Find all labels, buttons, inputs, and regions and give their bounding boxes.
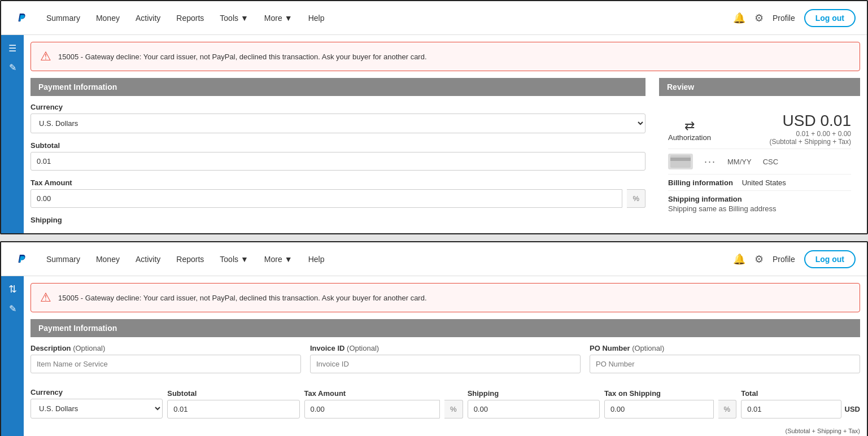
- nav-help-2[interactable]: Help: [302, 250, 332, 268]
- filter-icon-btn[interactable]: ☰: [4, 40, 21, 56]
- invoice-optional: (Optional): [347, 344, 379, 352]
- payment-info-section: Payment Information Currency U.S. Dollar…: [24, 78, 652, 233]
- paypal-logo-2: [12, 250, 30, 268]
- nav-money-2[interactable]: Money: [89, 250, 127, 268]
- billing-label: Billing information: [668, 178, 733, 187]
- auth-label: Authorization: [668, 133, 711, 142]
- nav-tools[interactable]: Tools ▼: [213, 9, 255, 27]
- card-dots: ···: [704, 156, 716, 168]
- review-section: Review ⇄ Authorization: [652, 78, 867, 233]
- usd-label: USD: [845, 405, 860, 413]
- billing-value: United States: [742, 178, 786, 187]
- currency-select[interactable]: U.S. Dollars: [30, 114, 645, 133]
- gear-icon-2[interactable]: ⚙: [754, 253, 764, 265]
- shipping-row: Shipping information Shipping same as Bi…: [668, 190, 851, 216]
- nav-reports[interactable]: Reports: [169, 9, 211, 27]
- paypal-logo: [12, 9, 30, 27]
- shipping-label-bottom: Shipping: [30, 216, 645, 224]
- nav-activity-2[interactable]: Activity: [129, 250, 167, 268]
- two-col-layout-1: Payment Information Currency U.S. Dollar…: [24, 78, 867, 233]
- warning-icon: ⚠: [40, 49, 51, 64]
- profile-link[interactable]: Profile: [773, 14, 795, 23]
- nav-right: 🔔 ⚙ Profile Log out: [733, 9, 856, 27]
- side-icons-1: ☰ ✎: [1, 35, 24, 233]
- form-grid-bottom: Currency U.S. Dollars Subtotal Tax Amoun…: [24, 388, 867, 425]
- subtotal-field-2: Subtotal: [167, 389, 299, 418]
- currency-label-2: Currency: [30, 388, 163, 396]
- tax-on-shipping-label: Tax on Shipping: [604, 389, 736, 398]
- invoice-label: Invoice ID (Optional): [310, 344, 581, 352]
- review-header: Review: [659, 78, 860, 96]
- tax-on-shipping-pct: %: [718, 400, 737, 418]
- po-label: PO Number (Optional): [590, 344, 860, 352]
- total-usd-area: USD: [741, 400, 860, 418]
- nav-help[interactable]: Help: [302, 9, 332, 27]
- nav-tools-2[interactable]: Tools ▼: [213, 250, 255, 268]
- subtotal-label: Subtotal: [30, 141, 645, 150]
- currency-select-2[interactable]: U.S. Dollars: [30, 399, 163, 418]
- po-input[interactable]: [590, 355, 860, 373]
- nav-summary-2[interactable]: Summary: [40, 250, 87, 268]
- total-field: Total USD: [741, 389, 860, 418]
- nav-activity[interactable]: Activity: [129, 9, 167, 27]
- filter-icon-btn-2[interactable]: ⇅: [4, 281, 21, 298]
- nav-summary[interactable]: Summary: [40, 9, 87, 27]
- panel-content-2: ⚠ 15005 - Gateway decline: Your card iss…: [24, 276, 867, 436]
- card-placeholder: [668, 154, 693, 169]
- panel-content-1: ⚠ 15005 - Gateway decline: Your card iss…: [24, 35, 867, 233]
- nav-links: Summary Money Activity Reports Tools ▼ M…: [40, 9, 733, 27]
- tax-field-2: Tax Amount %: [304, 389, 463, 418]
- card-row: ··· MM/YY CSC: [668, 149, 851, 174]
- nav-bar-bottom: Summary Money Activity Reports Tools ▼ M…: [1, 242, 867, 276]
- bell-icon[interactable]: 🔔: [733, 12, 745, 24]
- tax-field-group: Tax Amount %: [30, 178, 645, 208]
- billing-row: Billing information United States: [668, 174, 851, 190]
- po-field: PO Number (Optional): [590, 344, 860, 373]
- invoice-input[interactable]: [310, 355, 581, 373]
- shipping-input[interactable]: [468, 400, 600, 418]
- nav-more[interactable]: More ▼: [258, 9, 299, 27]
- subtotal-input[interactable]: [30, 152, 645, 171]
- nav-money[interactable]: Money: [89, 9, 127, 27]
- tax-input[interactable]: [30, 189, 622, 208]
- content-area-2: ⇅ ✎ ⚠ 15005 - Gateway decline: Your card…: [1, 276, 867, 436]
- tax-on-shipping-field: Tax on Shipping %: [604, 389, 736, 418]
- gear-icon[interactable]: ⚙: [754, 12, 764, 24]
- nav-more-2[interactable]: More ▼: [258, 250, 299, 268]
- edit-icon-btn-2[interactable]: ✎: [4, 300, 21, 317]
- shipping-info-label: Shipping information: [668, 195, 742, 203]
- error-message-1: 15005 - Gateway decline: Your card issue…: [58, 53, 427, 61]
- total-input[interactable]: [741, 400, 841, 418]
- svg-rect-1: [670, 155, 691, 168]
- desc-optional: (Optional): [73, 344, 105, 352]
- review-amount: USD 0.01 0.01 + 0.00 + 0.00 (Subtotal + …: [769, 112, 851, 146]
- review-calc-label: (Subtotal + Shipping + Tax): [769, 138, 851, 146]
- subtotal-note: (Subtotal + Shipping + Tax): [24, 425, 867, 436]
- logout-button-2[interactable]: Log out: [804, 250, 856, 268]
- logout-button[interactable]: Log out: [804, 9, 856, 27]
- nav-reports-2[interactable]: Reports: [169, 250, 211, 268]
- tax-on-shipping-input[interactable]: [604, 400, 714, 418]
- error-banner-1: ⚠ 15005 - Gateway decline: Your card iss…: [30, 42, 860, 71]
- subtotal-input-2[interactable]: [167, 400, 299, 418]
- tax-input-2[interactable]: [304, 400, 440, 418]
- tax-label-2: Tax Amount: [304, 389, 463, 398]
- payment-info-header: Payment Information: [30, 78, 645, 96]
- shipping-field-2: Shipping: [468, 389, 600, 418]
- description-input[interactable]: [30, 355, 301, 373]
- profile-link-2[interactable]: Profile: [773, 255, 795, 264]
- payment-info-header-2: Payment Information: [30, 319, 860, 337]
- error-banner-2: ⚠ 15005 - Gateway decline: Your card iss…: [30, 283, 860, 312]
- tax-pct-2: %: [444, 400, 463, 418]
- currency-field-group: Currency U.S. Dollars: [30, 103, 645, 133]
- nav-bar-top: Summary Money Activity Reports Tools ▼ M…: [1, 1, 867, 35]
- bell-icon-2[interactable]: 🔔: [733, 253, 745, 265]
- shipping-info-value: Shipping same as Billing address: [668, 204, 851, 213]
- invoice-field: Invoice ID (Optional): [310, 344, 581, 373]
- edit-icon-btn[interactable]: ✎: [4, 59, 21, 76]
- form-grid-top: Description (Optional) Invoice ID (Optio…: [24, 337, 867, 388]
- shipping-label-2: Shipping: [468, 389, 600, 398]
- content-area-1: ☰ ✎ ⚠ 15005 - Gateway decline: Your card…: [1, 35, 867, 233]
- po-optional: (Optional): [632, 344, 664, 352]
- currency-field-2: Currency U.S. Dollars: [30, 388, 163, 418]
